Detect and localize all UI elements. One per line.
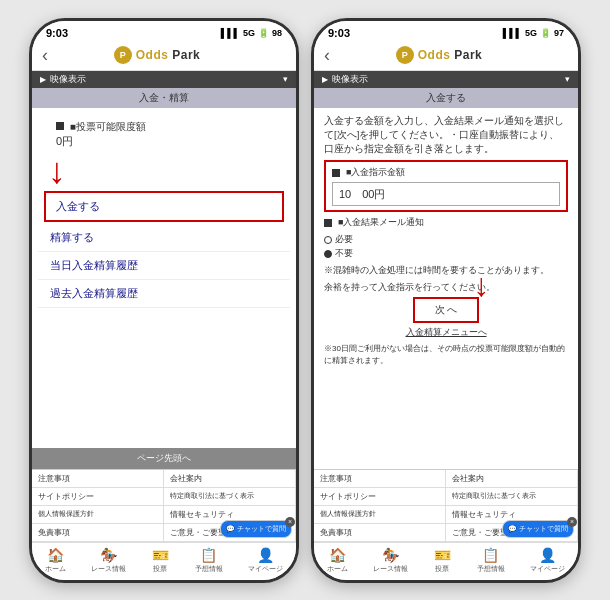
page-nav-1[interactable]: ページ先頭へ	[32, 448, 296, 469]
square-icon	[56, 122, 64, 130]
nav-forecast-label-2: 予想情報	[477, 564, 505, 574]
red-arrow-down-2: ↓	[473, 269, 489, 301]
nav-home-2[interactable]: 🏠 ホーム	[327, 547, 348, 574]
menu-item-today-history[interactable]: 当日入金精算履歴	[38, 252, 290, 280]
chat-icon-1: 💬	[226, 525, 235, 533]
footer-link-notice-1[interactable]: 注意事項	[32, 470, 164, 488]
main-container: 9:03 ▌▌▌ 5G 🔋 98 ‹ P Odds Park ▶ 映像表示 ▾	[19, 8, 591, 593]
footer-link-disclaimer-1[interactable]: 免責事項	[32, 524, 164, 542]
home-icon-1: 🏠	[47, 547, 64, 563]
bottom-nav-2: 🏠 ホーム 🏇 レース情報 🎫 投票 📋 予想情報 👤 マイページ	[314, 542, 578, 580]
square-icon-2	[332, 169, 340, 177]
phone-2: 9:03 ▌▌▌ 5G 🔋 97 ‹ P Odds Park ▶ 映像表示 ▾	[311, 18, 581, 583]
nav-mypage-1[interactable]: 👤 マイページ	[248, 547, 283, 574]
app-header-1: ‹ P Odds Park	[32, 41, 296, 71]
email-notification-label: ■入金結果メール通知	[324, 216, 568, 230]
mypage-icon-2: 👤	[539, 547, 556, 563]
chat-icon-2: 💬	[508, 525, 517, 533]
nav-race-1[interactable]: 🏇 レース情報	[91, 547, 126, 574]
radio-required[interactable]: 必要	[324, 233, 568, 247]
mypage-icon-1: 👤	[257, 547, 274, 563]
radio-not-required-label: 不要	[335, 247, 353, 261]
nav-vote-label-1: 投票	[153, 564, 167, 574]
deposit-amount-field[interactable]: 10 00円	[332, 182, 560, 207]
video-bar-left-2: ▶ 映像表示	[322, 73, 368, 86]
chat-bubble-2[interactable]: 💬 チャットで質問 ×	[502, 520, 574, 538]
app-header-2: ‹ P Odds Park	[314, 41, 578, 71]
battery-level-1: 98	[272, 28, 282, 38]
footer-link-disclaimer-2[interactable]: 免責事項	[314, 524, 446, 542]
status-bar-1: 9:03 ▌▌▌ 5G 🔋 98	[32, 21, 296, 41]
section-title-2: 入金する	[314, 88, 578, 108]
settlement-menu-link[interactable]: 入金精算メニューへ	[406, 326, 487, 339]
square-icon-3	[324, 219, 332, 227]
input-section-label: ■入金指示金額	[332, 166, 560, 180]
investable-value: 0円	[44, 134, 284, 153]
nav-mypage-label-1: マイページ	[248, 564, 283, 574]
signal-status-2: ▌▌▌ 5G 🔋 97	[503, 28, 564, 38]
vote-icon-1: 🎫	[152, 547, 169, 563]
investable-section: ■投票可能限度額 0円	[32, 108, 296, 153]
race-icon-2: 🏇	[382, 547, 399, 563]
video-bar-left-1: ▶ 映像表示	[40, 73, 86, 86]
time-1: 9:03	[46, 27, 68, 39]
chat-close-2[interactable]: ×	[567, 517, 577, 527]
race-icon-1: 🏇	[100, 547, 117, 563]
bottom-nav-1: 🏠 ホーム 🏇 レース情報 🎫 投票 📋 予想情報 👤 マイページ	[32, 542, 296, 580]
next-button[interactable]: 次 へ	[413, 297, 480, 323]
nav-race-2[interactable]: 🏇 レース情報	[373, 547, 408, 574]
footer-link-company-2[interactable]: 会社案内	[446, 470, 578, 488]
menu-item-deposit[interactable]: 入金する	[44, 191, 284, 222]
signal-type-1: 5G	[243, 28, 255, 38]
signal-type-2: 5G	[525, 28, 537, 38]
back-button-1[interactable]: ‹	[42, 45, 48, 66]
nav-home-1[interactable]: 🏠 ホーム	[45, 547, 66, 574]
note-margin: 余裕を持って入金指示を行ってください。	[324, 281, 568, 294]
video-bar-2[interactable]: ▶ 映像表示 ▾	[314, 71, 578, 88]
logo-2: P Odds Park	[396, 46, 483, 64]
note-congestion: ※混雑時の入金処理には時間を要することがあります。	[324, 264, 568, 277]
signal-status-1: ▌▌▌ 5G 🔋 98	[221, 28, 282, 38]
back-button-2[interactable]: ‹	[324, 45, 330, 66]
footer-link-notice-2[interactable]: 注意事項	[314, 470, 446, 488]
chat-close-1[interactable]: ×	[285, 517, 295, 527]
nav-mypage-label-2: マイページ	[530, 564, 565, 574]
next-btn-container: ↓ 次 へ	[413, 297, 480, 323]
section-title-1: 入金・精算	[32, 88, 296, 108]
radio-not-required[interactable]: 不要	[324, 247, 568, 261]
battery-icon-1: 🔋	[258, 28, 269, 38]
footer-link-privacy-1[interactable]: 個人情報保護方針	[32, 506, 164, 524]
signal-bars-icon-2: ▌▌▌	[503, 28, 522, 38]
logo-icon-2: P	[396, 46, 414, 64]
investable-label: ■投票可能限度額	[44, 114, 284, 134]
footer-link-privacy-2[interactable]: 個人情報保護方針	[314, 506, 446, 524]
nav-forecast-2[interactable]: 📋 予想情報	[477, 547, 505, 574]
radio-required-label: 必要	[335, 233, 353, 247]
nav-forecast-1[interactable]: 📋 予想情報	[195, 547, 223, 574]
menu-item-past-history[interactable]: 過去入金精算履歴	[38, 280, 290, 308]
footer-link-law-2[interactable]: 特定商取引法に基づく表示	[446, 488, 578, 506]
chevron-down-icon-1: ▾	[283, 74, 288, 84]
footer-link-company-1[interactable]: 会社案内	[164, 470, 296, 488]
footer-link-law-1[interactable]: 特定商取引法に基づく表示	[164, 488, 296, 506]
nav-mypage-2[interactable]: 👤 マイページ	[530, 547, 565, 574]
phone-content-1: ■投票可能限度額 0円 ↓ 入金する 精算する 当日入金精算履歴 過去入金精算履…	[32, 108, 296, 448]
radio-required-circle	[324, 236, 332, 244]
deposit-description: 入金する金額を入力し、入金結果メール通知を選択して[次へ]を押してください。・口…	[324, 114, 568, 157]
thirty-day-note: ※30日間ご利用がない場合は、その時点の投票可能限度額が自動的に精算されます。	[324, 343, 568, 367]
logo-1: P Odds Park	[114, 46, 201, 64]
battery-icon-2: 🔋	[540, 28, 551, 38]
video-bar-1[interactable]: ▶ 映像表示 ▾	[32, 71, 296, 88]
footer-link-policy-2[interactable]: サイトポリシー	[314, 488, 446, 506]
status-bar-2: 9:03 ▌▌▌ 5G 🔋 97	[314, 21, 578, 41]
nav-vote-2[interactable]: 🎫 投票	[434, 547, 451, 574]
time-2: 9:03	[328, 27, 350, 39]
logo-text-2: Odds Park	[418, 48, 483, 62]
nav-vote-1[interactable]: 🎫 投票	[152, 547, 169, 574]
menu-item-settlement[interactable]: 精算する	[38, 224, 290, 252]
chat-bubble-1[interactable]: 💬 チャットで質問 ×	[220, 520, 292, 538]
nav-race-label-2: レース情報	[373, 564, 408, 574]
footer-link-policy-1[interactable]: サイトポリシー	[32, 488, 164, 506]
menu-list-1: ↓ 入金する 精算する 当日入金精算履歴 過去入金精算履歴	[32, 153, 296, 308]
radio-not-required-circle	[324, 250, 332, 258]
